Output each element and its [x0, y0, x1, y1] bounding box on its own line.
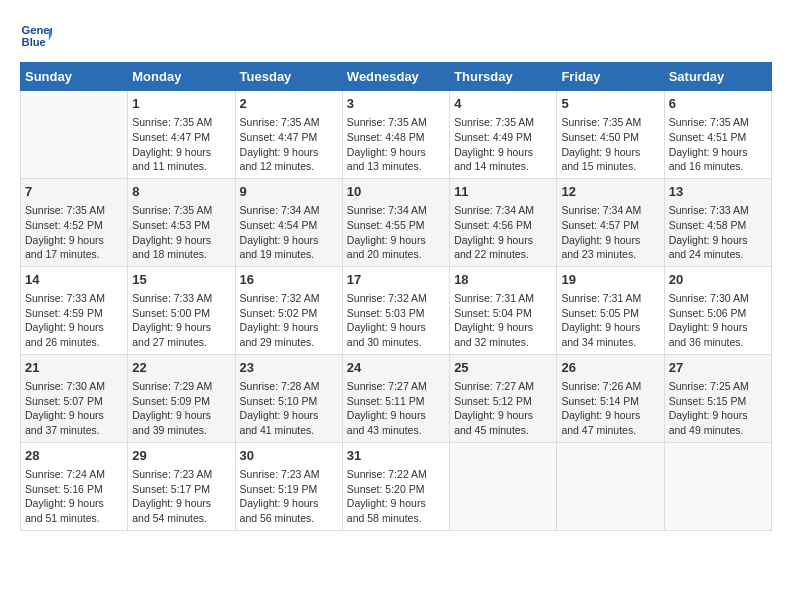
day-cell: 4Sunrise: 7:35 AM Sunset: 4:49 PM Daylig… — [450, 91, 557, 179]
day-info: Sunrise: 7:24 AM Sunset: 5:16 PM Dayligh… — [25, 467, 123, 526]
day-info: Sunrise: 7:35 AM Sunset: 4:49 PM Dayligh… — [454, 115, 552, 174]
week-row-1: 1Sunrise: 7:35 AM Sunset: 4:47 PM Daylig… — [21, 91, 772, 179]
day-info: Sunrise: 7:31 AM Sunset: 5:04 PM Dayligh… — [454, 291, 552, 350]
day-info: Sunrise: 7:31 AM Sunset: 5:05 PM Dayligh… — [561, 291, 659, 350]
logo: General Blue — [20, 20, 52, 52]
day-info: Sunrise: 7:26 AM Sunset: 5:14 PM Dayligh… — [561, 379, 659, 438]
day-cell: 13Sunrise: 7:33 AM Sunset: 4:58 PM Dayli… — [664, 178, 771, 266]
day-cell — [664, 442, 771, 530]
day-number: 3 — [347, 95, 445, 113]
day-number: 18 — [454, 271, 552, 289]
day-number: 11 — [454, 183, 552, 201]
day-cell: 8Sunrise: 7:35 AM Sunset: 4:53 PM Daylig… — [128, 178, 235, 266]
week-row-3: 14Sunrise: 7:33 AM Sunset: 4:59 PM Dayli… — [21, 266, 772, 354]
page-header: General Blue — [20, 20, 772, 52]
day-info: Sunrise: 7:33 AM Sunset: 5:00 PM Dayligh… — [132, 291, 230, 350]
col-header-wednesday: Wednesday — [342, 63, 449, 91]
day-info: Sunrise: 7:27 AM Sunset: 5:11 PM Dayligh… — [347, 379, 445, 438]
day-number: 20 — [669, 271, 767, 289]
day-cell: 28Sunrise: 7:24 AM Sunset: 5:16 PM Dayli… — [21, 442, 128, 530]
day-number: 15 — [132, 271, 230, 289]
header-row: SundayMondayTuesdayWednesdayThursdayFrid… — [21, 63, 772, 91]
col-header-tuesday: Tuesday — [235, 63, 342, 91]
day-info: Sunrise: 7:35 AM Sunset: 4:47 PM Dayligh… — [132, 115, 230, 174]
col-header-saturday: Saturday — [664, 63, 771, 91]
day-info: Sunrise: 7:32 AM Sunset: 5:03 PM Dayligh… — [347, 291, 445, 350]
week-row-5: 28Sunrise: 7:24 AM Sunset: 5:16 PM Dayli… — [21, 442, 772, 530]
day-cell — [21, 91, 128, 179]
day-info: Sunrise: 7:33 AM Sunset: 4:59 PM Dayligh… — [25, 291, 123, 350]
day-info: Sunrise: 7:28 AM Sunset: 5:10 PM Dayligh… — [240, 379, 338, 438]
day-cell: 30Sunrise: 7:23 AM Sunset: 5:19 PM Dayli… — [235, 442, 342, 530]
day-number: 12 — [561, 183, 659, 201]
week-row-2: 7Sunrise: 7:35 AM Sunset: 4:52 PM Daylig… — [21, 178, 772, 266]
day-info: Sunrise: 7:35 AM Sunset: 4:50 PM Dayligh… — [561, 115, 659, 174]
day-number: 16 — [240, 271, 338, 289]
day-number: 9 — [240, 183, 338, 201]
day-info: Sunrise: 7:35 AM Sunset: 4:48 PM Dayligh… — [347, 115, 445, 174]
day-info: Sunrise: 7:34 AM Sunset: 4:55 PM Dayligh… — [347, 203, 445, 262]
day-info: Sunrise: 7:34 AM Sunset: 4:56 PM Dayligh… — [454, 203, 552, 262]
day-number: 14 — [25, 271, 123, 289]
day-number: 31 — [347, 447, 445, 465]
day-cell: 22Sunrise: 7:29 AM Sunset: 5:09 PM Dayli… — [128, 354, 235, 442]
day-cell: 18Sunrise: 7:31 AM Sunset: 5:04 PM Dayli… — [450, 266, 557, 354]
day-number: 7 — [25, 183, 123, 201]
day-number: 10 — [347, 183, 445, 201]
svg-text:Blue: Blue — [22, 36, 46, 48]
day-cell: 2Sunrise: 7:35 AM Sunset: 4:47 PM Daylig… — [235, 91, 342, 179]
day-info: Sunrise: 7:30 AM Sunset: 5:06 PM Dayligh… — [669, 291, 767, 350]
day-number: 24 — [347, 359, 445, 377]
day-cell: 10Sunrise: 7:34 AM Sunset: 4:55 PM Dayli… — [342, 178, 449, 266]
day-info: Sunrise: 7:33 AM Sunset: 4:58 PM Dayligh… — [669, 203, 767, 262]
day-number: 25 — [454, 359, 552, 377]
day-number: 19 — [561, 271, 659, 289]
day-number: 5 — [561, 95, 659, 113]
day-info: Sunrise: 7:25 AM Sunset: 5:15 PM Dayligh… — [669, 379, 767, 438]
day-number: 8 — [132, 183, 230, 201]
day-cell: 27Sunrise: 7:25 AM Sunset: 5:15 PM Dayli… — [664, 354, 771, 442]
day-cell: 14Sunrise: 7:33 AM Sunset: 4:59 PM Dayli… — [21, 266, 128, 354]
day-number: 4 — [454, 95, 552, 113]
day-cell — [557, 442, 664, 530]
day-info: Sunrise: 7:27 AM Sunset: 5:12 PM Dayligh… — [454, 379, 552, 438]
day-cell: 9Sunrise: 7:34 AM Sunset: 4:54 PM Daylig… — [235, 178, 342, 266]
col-header-sunday: Sunday — [21, 63, 128, 91]
day-cell: 1Sunrise: 7:35 AM Sunset: 4:47 PM Daylig… — [128, 91, 235, 179]
day-cell: 16Sunrise: 7:32 AM Sunset: 5:02 PM Dayli… — [235, 266, 342, 354]
day-number: 1 — [132, 95, 230, 113]
day-info: Sunrise: 7:35 AM Sunset: 4:52 PM Dayligh… — [25, 203, 123, 262]
day-info: Sunrise: 7:29 AM Sunset: 5:09 PM Dayligh… — [132, 379, 230, 438]
day-info: Sunrise: 7:23 AM Sunset: 5:17 PM Dayligh… — [132, 467, 230, 526]
day-number: 6 — [669, 95, 767, 113]
day-number: 17 — [347, 271, 445, 289]
day-cell: 3Sunrise: 7:35 AM Sunset: 4:48 PM Daylig… — [342, 91, 449, 179]
day-cell: 15Sunrise: 7:33 AM Sunset: 5:00 PM Dayli… — [128, 266, 235, 354]
day-number: 30 — [240, 447, 338, 465]
day-number: 26 — [561, 359, 659, 377]
day-cell: 31Sunrise: 7:22 AM Sunset: 5:20 PM Dayli… — [342, 442, 449, 530]
col-header-monday: Monday — [128, 63, 235, 91]
day-info: Sunrise: 7:35 AM Sunset: 4:51 PM Dayligh… — [669, 115, 767, 174]
day-cell: 21Sunrise: 7:30 AM Sunset: 5:07 PM Dayli… — [21, 354, 128, 442]
calendar-table: SundayMondayTuesdayWednesdayThursdayFrid… — [20, 62, 772, 531]
day-cell: 17Sunrise: 7:32 AM Sunset: 5:03 PM Dayli… — [342, 266, 449, 354]
day-info: Sunrise: 7:35 AM Sunset: 4:47 PM Dayligh… — [240, 115, 338, 174]
day-info: Sunrise: 7:34 AM Sunset: 4:54 PM Dayligh… — [240, 203, 338, 262]
day-number: 2 — [240, 95, 338, 113]
day-cell: 6Sunrise: 7:35 AM Sunset: 4:51 PM Daylig… — [664, 91, 771, 179]
day-info: Sunrise: 7:30 AM Sunset: 5:07 PM Dayligh… — [25, 379, 123, 438]
day-cell: 11Sunrise: 7:34 AM Sunset: 4:56 PM Dayli… — [450, 178, 557, 266]
day-info: Sunrise: 7:35 AM Sunset: 4:53 PM Dayligh… — [132, 203, 230, 262]
day-cell: 26Sunrise: 7:26 AM Sunset: 5:14 PM Dayli… — [557, 354, 664, 442]
logo-icon: General Blue — [20, 20, 52, 52]
svg-text:General: General — [22, 24, 52, 36]
day-cell: 5Sunrise: 7:35 AM Sunset: 4:50 PM Daylig… — [557, 91, 664, 179]
day-number: 27 — [669, 359, 767, 377]
day-cell — [450, 442, 557, 530]
day-number: 21 — [25, 359, 123, 377]
day-cell: 25Sunrise: 7:27 AM Sunset: 5:12 PM Dayli… — [450, 354, 557, 442]
day-cell: 19Sunrise: 7:31 AM Sunset: 5:05 PM Dayli… — [557, 266, 664, 354]
day-cell: 12Sunrise: 7:34 AM Sunset: 4:57 PM Dayli… — [557, 178, 664, 266]
day-cell: 29Sunrise: 7:23 AM Sunset: 5:17 PM Dayli… — [128, 442, 235, 530]
